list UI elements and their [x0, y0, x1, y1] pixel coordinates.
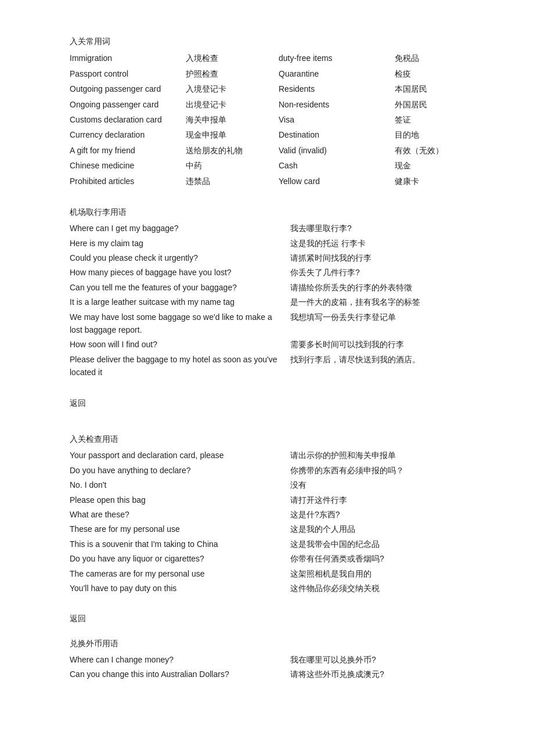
vocab-en: Immigration [70, 51, 186, 65]
phrase-zh: 这是我的个人用品 [290, 523, 464, 535]
vocab-zh2: 外国居民 [395, 98, 464, 111]
phrase-en: Do you have any liquor or cigarettes? [70, 552, 290, 565]
vocab-en: Chinese medicine [70, 159, 186, 172]
phrase-zh: 请描绘你所丢失的行李的外表特徵 [290, 281, 464, 294]
phrase-zh: 我在哪里可以兑换外币? [290, 653, 464, 666]
phrase-zh: 你带有任何酒类或香烟吗? [290, 552, 464, 565]
phrase-row: We may have lost some baggage so we'd li… [70, 311, 464, 337]
phrase-zh: 你丢失了几件行李? [290, 266, 464, 279]
phrase-en: Please open this bag [70, 494, 290, 506]
phrase-en: The cameras are for my personal use [70, 567, 290, 580]
vocab-zh: 现金申报单 [186, 128, 279, 142]
back-link-1[interactable]: 返回 [70, 397, 464, 409]
phrase-zh: 我去哪里取行李? [290, 222, 464, 235]
vocab-en: Prohibited articles [70, 174, 186, 188]
vocab-zh2: 目的地 [395, 128, 464, 142]
vocab-zh: 护照检查 [186, 67, 279, 81]
vocab-zh2: 检疫 [395, 67, 464, 81]
phrase-en: You'll have to pay duty on this [70, 582, 290, 595]
vocab-en: Passport control [70, 67, 186, 81]
phrase-en: Could you please check it urgently? [70, 251, 290, 264]
vocab-en2: Non-residents [279, 98, 395, 111]
phrase-row: Could you please check it urgently?请抓紧时间… [70, 251, 464, 264]
phrase-row: How soon will I find out?需要多长时间可以找到我的行李 [70, 338, 464, 351]
phrase-row: Please deliver the baggage to my hotel a… [70, 353, 464, 379]
vocab-en2: Cash [279, 159, 395, 172]
phrase-row: Do you have anything to declare?你携带的东西有必… [70, 464, 464, 477]
vocab-zh: 入境检查 [186, 51, 279, 65]
phrase-en: Where can I get my baggage? [70, 222, 290, 235]
vocab-en: Outgoing passenger card [70, 82, 186, 96]
phrase-row: Where can I change money?我在哪里可以兑换外币? [70, 653, 464, 666]
phrase-zh: 我想填写一份丢失行李登记单 [290, 311, 464, 323]
customs-vocab-section: 入关常用词 Immigration入境检查duty-free items免税品P… [70, 35, 464, 188]
vocab-table: Immigration入境检查duty-free items免税品Passpor… [70, 51, 464, 188]
phrase-zh: 这架照相机是我自用的 [290, 567, 464, 580]
phrase-zh: 请出示你的护照和海关申报单 [290, 449, 464, 462]
phrase-en: Where can I change money? [70, 653, 290, 666]
phrase-row: The cameras are for my personal use这架照相机… [70, 567, 464, 580]
phrase-row: No. I don't没有 [70, 478, 464, 491]
vocab-en: Currency declaration [70, 128, 186, 142]
phrase-en: Here is my claim tag [70, 237, 290, 250]
phrase-en: Can you tell me the features of your bag… [70, 281, 290, 294]
phrase-row: How many pieces of baggage have you lost… [70, 266, 464, 279]
phrase-row: Your passport and declaration card, plea… [70, 449, 464, 462]
vocab-en: Customs declaration card [70, 113, 186, 127]
phrase-en: These are for my personal use [70, 523, 290, 535]
vocab-en2: Valid (invalid) [279, 143, 395, 157]
phrase-zh: 是一件大的皮箱，挂有我名字的标签 [290, 296, 464, 308]
customs-vocab-title: 入关常用词 [70, 35, 464, 48]
vocab-zh: 海关申报单 [186, 113, 279, 127]
phrase-row: This is a souvenir that I'm taking to Ch… [70, 538, 464, 550]
phrase-zh: 请打开这件行李 [290, 494, 464, 506]
phrase-en: Can you change this into Australian Doll… [70, 668, 290, 681]
phrase-en: Please deliver the baggage to my hotel a… [70, 353, 290, 379]
phrase-zh: 没有 [290, 478, 464, 491]
phrase-row: What are these?这是什?东西? [70, 508, 464, 521]
phrase-row: It is a large leather suitcase with my n… [70, 296, 464, 308]
back-link-2[interactable]: 返回 [70, 612, 464, 625]
vocab-en2: Yellow card [279, 174, 395, 188]
currency-phrases-list: Where can I change money?我在哪里可以兑换外币?Can … [70, 653, 464, 681]
phrase-en: No. I don't [70, 478, 290, 491]
vocab-zh2: 本国居民 [395, 82, 464, 96]
phrase-en: We may have lost some baggage so we'd li… [70, 311, 290, 337]
phrase-zh: 请将这些外币兑换成澳元? [290, 668, 464, 681]
vocab-en2: Residents [279, 82, 395, 96]
phrase-row: You'll have to pay duty on this这件物品你必须交纳… [70, 582, 464, 595]
phrase-row: Do you have any liquor or cigarettes?你带有… [70, 552, 464, 565]
phrase-zh: 请抓紧时间找我的行李 [290, 251, 464, 264]
vocab-zh: 入境登记卡 [186, 82, 279, 96]
vocab-en2: Destination [279, 128, 395, 142]
phrase-en: How many pieces of baggage have you lost… [70, 266, 290, 279]
vocab-zh2: 现金 [395, 159, 464, 172]
phrase-en: Do you have anything to declare? [70, 464, 290, 477]
phrase-en: Your passport and declaration card, plea… [70, 449, 290, 462]
vocab-zh: 中药 [186, 159, 279, 172]
currency-title: 兑换外币用语 [70, 637, 464, 650]
baggage-title: 机场取行李用语 [70, 206, 464, 218]
immigration-phrases-list: Your passport and declaration card, plea… [70, 449, 464, 595]
baggage-phrases-list: Where can I get my baggage?我去哪里取行李?Here … [70, 222, 464, 379]
currency-section: 兑换外币用语 Where can I change money?我在哪里可以兑换… [70, 637, 464, 681]
vocab-zh2: 签证 [395, 113, 464, 127]
vocab-zh2: 健康卡 [395, 174, 464, 188]
phrase-zh: 这件物品你必须交纳关税 [290, 582, 464, 595]
phrase-zh: 这是我的托运 行李卡 [290, 237, 464, 250]
vocab-zh2: 免税品 [395, 51, 464, 65]
immigration-section: 入关检查用语 Your passport and declaration car… [70, 433, 464, 595]
phrase-en: How soon will I find out? [70, 338, 290, 351]
phrase-en: This is a souvenir that I'm taking to Ch… [70, 538, 290, 550]
phrase-en: It is a large leather suitcase with my n… [70, 296, 290, 308]
phrase-zh: 这是我带会中国的纪念品 [290, 538, 464, 550]
phrase-row: Can you tell me the features of your bag… [70, 281, 464, 294]
phrase-row: Where can I get my baggage?我去哪里取行李? [70, 222, 464, 235]
vocab-en: Ongoing passenger card [70, 98, 186, 111]
phrase-row: Can you change this into Australian Doll… [70, 668, 464, 681]
immigration-title: 入关检查用语 [70, 433, 464, 445]
phrase-zh: 需要多长时间可以找到我的行李 [290, 338, 464, 351]
phrase-row: Here is my claim tag这是我的托运 行李卡 [70, 237, 464, 250]
phrase-row: Please open this bag请打开这件行李 [70, 494, 464, 506]
phrase-zh: 你携带的东西有必须申报的吗？ [290, 464, 464, 477]
